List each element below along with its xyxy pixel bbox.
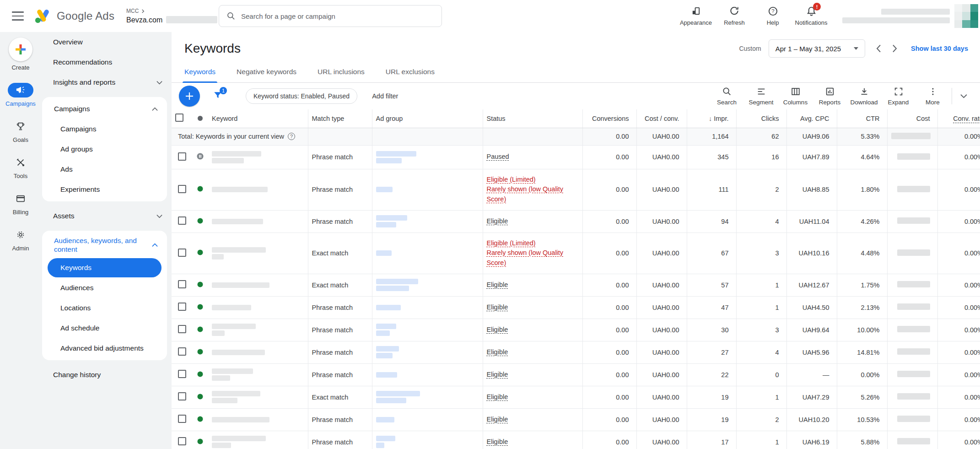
nav-insights[interactable]: Insights and reports xyxy=(41,72,172,92)
keyword-status[interactable]: Eligible xyxy=(487,215,579,228)
rail-item-tools[interactable]: Tools xyxy=(8,155,33,179)
segment-button[interactable]: Segment xyxy=(744,87,778,106)
row-checkbox[interactable] xyxy=(178,347,186,356)
account-breadcrumb[interactable]: MCC Bevza.com xyxy=(126,8,225,24)
next-range-button[interactable] xyxy=(892,44,897,53)
add-keyword-button[interactable] xyxy=(179,86,200,107)
column-ctr[interactable]: CTR xyxy=(837,109,887,128)
nav-ad-schedule[interactable]: Ad schedule xyxy=(42,318,167,338)
menu-icon[interactable] xyxy=(12,11,24,21)
reports-button[interactable]: Reports xyxy=(813,87,847,106)
column-match-type[interactable]: Match type xyxy=(308,109,372,128)
enabled-status-icon[interactable] xyxy=(197,371,203,377)
nav-experiments[interactable]: Experiments xyxy=(42,179,167,200)
keyword-status[interactable]: Eligible xyxy=(487,413,579,426)
enabled-status-icon[interactable] xyxy=(197,349,203,355)
refresh-button[interactable]: Refresh xyxy=(715,6,754,26)
keyword-status[interactable]: Eligible xyxy=(487,368,579,381)
nav-campaigns[interactable]: Campaigns xyxy=(42,119,167,139)
tab-url-exclusions[interactable]: URL exclusions xyxy=(386,68,435,82)
row-checkbox[interactable] xyxy=(178,437,186,445)
keyword-status[interactable]: Eligible (Limited)Rarely shown (low Qual… xyxy=(487,173,579,206)
nav-recommendations[interactable]: Recommendations xyxy=(41,52,172,72)
column-conversions[interactable]: Conversions xyxy=(582,109,636,128)
collapse-toolbar-button[interactable] xyxy=(956,94,974,98)
active-filter-chip[interactable]: Keyword status: Enabled, Paused xyxy=(246,88,357,104)
nav-campaigns-group[interactable]: Campaigns xyxy=(42,99,167,119)
nav-change-history[interactable]: Change history xyxy=(41,365,172,385)
rail-item-admin[interactable]: Admin xyxy=(8,227,33,252)
avatar[interactable] xyxy=(954,4,978,28)
date-range-picker[interactable]: Apr 1 – May 31, 2025 xyxy=(769,39,865,58)
row-checkbox[interactable] xyxy=(178,303,186,311)
enabled-status-icon[interactable] xyxy=(197,249,203,255)
keyword-status[interactable]: Paused xyxy=(487,150,579,163)
nav-locations[interactable]: Locations xyxy=(42,298,167,318)
rail-item-campaigns[interactable]: Campaigns xyxy=(5,83,36,107)
row-checkbox[interactable] xyxy=(178,280,186,288)
row-checkbox[interactable] xyxy=(178,249,186,257)
column-cost-per-conv[interactable]: Cost / conv. xyxy=(636,109,687,128)
tab-keywords[interactable]: Keywords xyxy=(184,68,215,82)
nav-advanced-bid-adjustments[interactable]: Advanced bid adjustments xyxy=(42,338,167,358)
enabled-status-icon[interactable] xyxy=(197,186,203,192)
create-button[interactable]: Create xyxy=(9,38,32,71)
row-checkbox[interactable] xyxy=(178,152,186,161)
rail-item-billing[interactable]: Billing xyxy=(8,191,33,216)
row-checkbox[interactable] xyxy=(178,415,186,423)
columns-button[interactable]: Columns xyxy=(778,87,813,106)
column-status[interactable]: Status xyxy=(483,109,582,128)
paused-status-icon[interactable] xyxy=(197,153,204,160)
more-button[interactable]: More xyxy=(915,87,950,106)
nav-ads[interactable]: Ads xyxy=(42,159,167,179)
help-button[interactable]: ? Help xyxy=(754,6,792,26)
nav-overview[interactable]: Overview xyxy=(41,32,172,52)
keyword-status[interactable]: Eligible xyxy=(487,301,579,314)
show-last-30-days-link[interactable]: Show last 30 days xyxy=(911,45,968,52)
add-filter-button[interactable]: Add filter xyxy=(372,92,398,100)
nav-ad-groups[interactable]: Ad groups xyxy=(42,139,167,159)
prev-range-button[interactable] xyxy=(876,44,881,53)
row-checkbox[interactable] xyxy=(178,370,186,378)
account-name[interactable]: Bevza.com xyxy=(126,16,162,24)
enabled-status-icon[interactable] xyxy=(197,304,203,310)
enabled-status-icon[interactable] xyxy=(197,326,203,332)
nav-assets[interactable]: Assets xyxy=(41,206,172,226)
enabled-status-icon[interactable] xyxy=(197,218,203,224)
column-conv-rate[interactable]: Conv. rate xyxy=(937,109,980,128)
enabled-status-icon[interactable] xyxy=(197,416,203,422)
keyword-status[interactable]: Eligible (Limited)Rarely shown (low Qual… xyxy=(487,237,579,269)
tab-url-inclusions[interactable]: URL inclusions xyxy=(318,68,365,82)
column-impressions[interactable]: ↓Impr. xyxy=(687,109,736,128)
enabled-status-icon[interactable] xyxy=(197,394,203,400)
column-keyword[interactable]: Keyword xyxy=(208,109,308,128)
keyword-status[interactable]: Eligible xyxy=(487,435,579,449)
column-clicks[interactable]: Clicks xyxy=(736,109,786,128)
filter-button[interactable]: 1 xyxy=(213,90,223,102)
column-cost[interactable]: Cost xyxy=(887,109,937,128)
expand-button[interactable]: Expand xyxy=(881,87,915,106)
search-input[interactable] xyxy=(241,12,434,20)
keyword-status[interactable]: Eligible xyxy=(487,323,579,336)
appearance-button[interactable]: Appearance xyxy=(677,6,715,26)
row-checkbox[interactable] xyxy=(178,185,186,193)
nav-keywords-selected[interactable]: Keywords xyxy=(48,258,162,277)
search-button[interactable]: Search xyxy=(710,87,744,106)
help-icon[interactable]: ? xyxy=(288,133,295,140)
breadcrumb-root[interactable]: MCC xyxy=(126,8,139,14)
tab-negative-keywords[interactable]: Negative keywords xyxy=(237,68,296,82)
account-menu[interactable] xyxy=(842,4,978,28)
rail-item-goals[interactable]: Goals xyxy=(8,119,33,143)
row-checkbox[interactable] xyxy=(178,325,186,333)
row-checkbox[interactable] xyxy=(178,392,186,400)
nav-audiences[interactable]: Audiences xyxy=(42,278,167,298)
keyword-status[interactable]: Eligible xyxy=(487,278,579,292)
enabled-status-icon[interactable] xyxy=(197,438,203,444)
row-checkbox[interactable] xyxy=(178,216,186,225)
keyword-status[interactable]: Eligible xyxy=(487,346,579,359)
column-ad-group[interactable]: Ad group xyxy=(372,109,483,128)
select-all-checkbox[interactable] xyxy=(175,114,183,122)
keyword-status[interactable]: Eligible xyxy=(487,390,579,404)
download-button[interactable]: Download xyxy=(847,87,881,106)
column-avg-cpc[interactable]: Avg. CPC xyxy=(786,109,837,128)
